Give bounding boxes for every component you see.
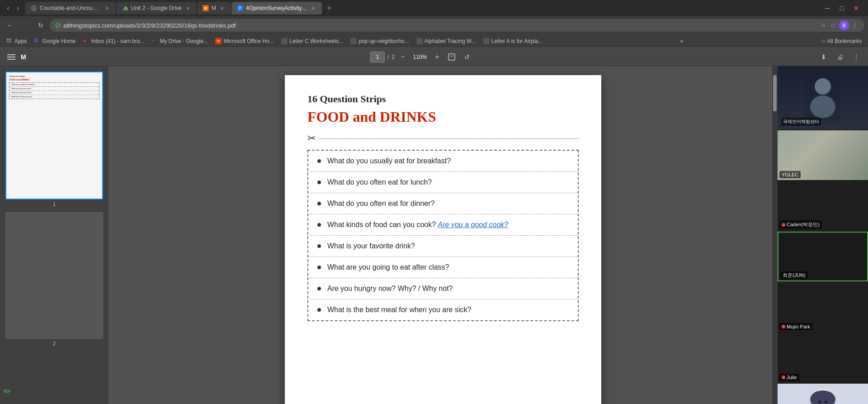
bullet-4 [317,223,321,227]
participant-tile-6: Julie [778,333,868,383]
pdf-toolbar-left: M [5,52,26,62]
tab2-favicon [122,5,128,11]
page-number-input[interactable] [370,52,385,62]
refresh-button[interactable]: ↻ [34,19,47,32]
more-btn[interactable]: ⋮ [851,21,859,29]
question-text-3: What do you often eat for dinner? [327,200,569,208]
bm-apps[interactable]: Apps [4,37,29,45]
bookmark-star-btn[interactable]: ☆ [819,21,827,29]
pdf-content-area[interactable]: 16 Question Strips FOOD and DRINKS ✂ Wha… [108,66,778,404]
participant-3-name: Caden(박정민) [779,220,822,229]
tab4-close[interactable]: ✕ [310,5,316,11]
bm-office[interactable]: W Microsoft Office Ho... [212,37,277,45]
sidebar-toggle-btn[interactable] [5,52,17,62]
tab-mango[interactable]: M M ✕ [197,2,231,14]
google-favicon: G [34,38,40,44]
juha-avatar [807,388,839,404]
pdf-toolbar-center: / 2 − 110% + ↺ [370,51,473,63]
back-button[interactable]: ← [4,19,16,32]
presenter-video [805,75,841,120]
bm-letterc-label: Letter C Worksheets... [289,38,343,44]
pdf-more-btn[interactable]: ⋮ [850,51,863,63]
bm-office-label: Microsoft Office Ho... [223,38,274,44]
svg-rect-5 [7,38,9,40]
bm-letterc[interactable]: Letter C Worksheets... [278,37,346,45]
scissors-divider: ✂ [307,133,579,144]
forward-button[interactable]: → [19,19,32,32]
tab3-label: M [212,5,216,11]
mic-off-dot-3 [782,223,785,227]
question-table: What do you usually eat for breakfast? W… [307,150,579,321]
bm-all-bookmarks[interactable]: ☆ All Bookmarks [818,37,864,45]
rotate-btn[interactable]: ↺ [461,51,473,63]
pdf-viewer-title: M [21,53,26,61]
address-text: allthingstopics.com/uploads/2/3/2/9/2329… [63,22,816,29]
participant-tile-5: Mujin Park [778,282,868,332]
question-row-1: What do you usually eat for breakfast? [308,151,578,172]
bullet-8 [317,308,321,312]
bm-alphabet[interactable]: Alphabet Tracing W... [414,37,479,45]
link-favicon-1 [281,38,288,44]
bm-lettera-label: Letter A is for Airpla... [491,38,542,44]
close-btn[interactable]: ✕ [852,4,861,13]
drawing-tool-btn[interactable]: ✏ [4,386,11,397]
tab1-close[interactable]: ✕ [104,5,110,11]
question-row-4: What kinds of food can you cook? Are you… [308,214,578,236]
thumb1-page-num: 1 [5,201,103,207]
svg-rect-6 [9,38,11,40]
pdf-scrollbar-thumb[interactable] [773,75,777,111]
pdf-thumbnail-sidebar: 16 Question Strips FOOD and DRINKS • Wha… [0,66,108,404]
fit-page-btn[interactable] [445,51,458,63]
tab-googledrive[interactable]: Unit 2 - Google Drive ✕ [117,2,196,14]
question-text-1: What do you usually eat for breakfast? [327,157,569,165]
tab-forward-btn[interactable]: › [14,4,23,13]
zoom-out-btn[interactable]: − [397,52,408,62]
tab2-close[interactable]: ✕ [184,5,191,11]
maximize-btn[interactable]: □ [837,4,846,13]
bm-alphabet-label: Alphabet Tracing W... [425,38,476,44]
total-pages: 2 [392,54,395,60]
link-favicon-2 [350,38,357,44]
bm-drive[interactable]: ▲ My Drive - Google... [149,37,211,45]
participant-4-name: 최준(JUN) [780,271,808,279]
question-row-6: What are you going to eat after class? [308,257,578,278]
address-bar-row: ← → ↻ allthingstopics.com/uploads/2/3/2/… [0,16,868,34]
tab-countable[interactable]: Countable-and-Uncountable-m... ✕ [25,2,116,14]
bm-inbox[interactable]: M Inbox (41) - sam.bra... [80,37,147,45]
tab3-close[interactable]: ✕ [219,5,225,11]
address-bar[interactable]: allthingstopics.com/uploads/2/3/2/9/2329… [50,19,864,32]
thumbnail-2[interactable]: 2 [5,212,103,347]
link-favicon-4 [483,38,490,44]
bm-popup-label: pop-up-neighborho... [359,38,409,44]
new-tab-btn[interactable]: + [323,2,335,14]
bm-lettera[interactable]: Letter A is for Airpla... [481,37,545,45]
download-btn[interactable]: ⬇ [817,51,830,63]
svg-point-15 [810,390,835,404]
link-favicon-3 [416,38,423,44]
pdf-scrollbar[interactable] [772,66,778,404]
bm-popup[interactable]: pop-up-neighborho... [348,37,411,45]
question-row-3: What do you often eat for dinner? [308,193,578,214]
participant-2-name: YGLEC [779,170,801,178]
question-text-6: What are you going to eat after class? [327,263,569,271]
bm-all-label: ☆ All Bookmarks [821,38,862,44]
cut-line [319,138,579,139]
main-area: 16 Question Strips FOOD and DRINKS • Wha… [0,66,868,404]
participant-tile-2: YGLEC [778,130,868,180]
participant-6-name: Julie [779,374,799,381]
minimize-btn[interactable]: ─ [823,4,832,13]
extension-btn[interactable]: □ [829,21,837,29]
tab-back-btn[interactable]: ‹ [4,4,13,13]
thumbnail-1[interactable]: 16 Question Strips FOOD and DRINKS • Wha… [5,71,103,207]
participant-5-name: Mujin Park [779,323,812,330]
svg-point-17 [825,400,827,403]
bullet-2 [317,181,321,184]
print-btn[interactable]: 🖨 [834,51,846,63]
bm-google-home[interactable]: G Google Home [31,37,78,45]
tab-pdf[interactable]: 4OpinionSurveyActivity-FoodA... ✕ [231,2,322,14]
apps-icon [6,38,13,44]
office-favicon: W [215,38,222,44]
profile-avatar[interactable]: S [839,20,849,30]
bookmarks-more-btn[interactable]: » [677,37,686,45]
zoom-in-btn[interactable]: + [432,52,443,62]
